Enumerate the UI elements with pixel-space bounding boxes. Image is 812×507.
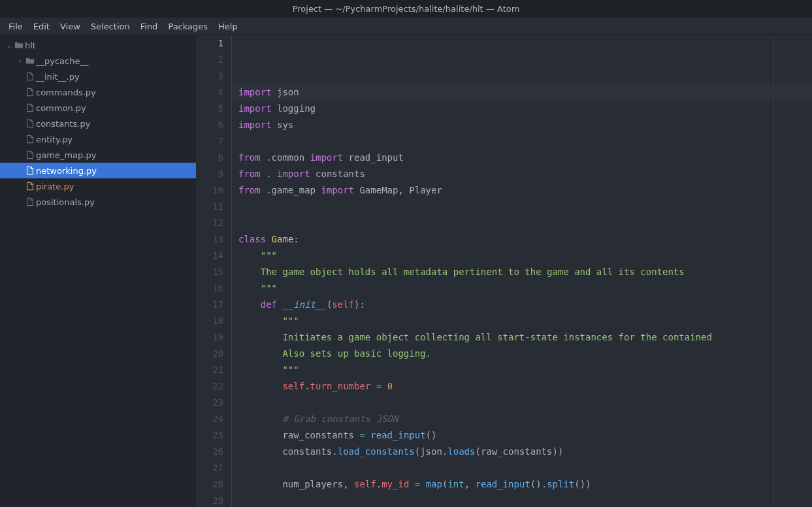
code-line[interactable]: Also sets up basic logging. xyxy=(232,346,812,362)
tree-item-entity-py[interactable]: entity.py xyxy=(0,131,196,147)
code-line[interactable]: """ xyxy=(232,248,812,264)
line-number[interactable]: 28 xyxy=(196,476,223,493)
wrap-guide xyxy=(773,35,773,507)
tree-item-label: commands.py xyxy=(36,88,96,97)
line-number[interactable]: 11 xyxy=(196,199,223,215)
code-line[interactable] xyxy=(232,460,812,476)
tree-item-pirate-py[interactable]: pirate.py xyxy=(0,178,196,194)
code-line[interactable]: raw_constants = read_input() xyxy=(232,427,812,444)
tree-item-constants-py[interactable]: constants.py xyxy=(0,116,196,131)
window-title: Project — ~/PycharmProjects/halite/halit… xyxy=(0,0,812,18)
code-line[interactable] xyxy=(232,133,812,150)
file-icon xyxy=(24,119,36,128)
tree-item-label: constants.py xyxy=(36,119,90,129)
line-number[interactable]: 18 xyxy=(196,313,223,329)
menu-find[interactable]: Find xyxy=(135,18,163,35)
line-number[interactable]: 7 xyxy=(196,133,223,150)
code-line[interactable]: """ xyxy=(232,313,812,329)
tree-item-networking-py[interactable]: networking.py xyxy=(0,163,196,178)
tree-item-commands-py[interactable]: commands.py xyxy=(0,84,196,100)
line-number[interactable]: 20 xyxy=(196,346,223,362)
code-line[interactable]: class Game: xyxy=(232,231,812,248)
line-number[interactable]: 12 xyxy=(196,215,223,231)
tree-item-game_map-py[interactable]: game_map.py xyxy=(0,147,196,163)
tree-item-label: entity.py xyxy=(36,135,73,144)
line-number[interactable]: 6 xyxy=(196,117,223,133)
code-line[interactable]: import json xyxy=(232,84,812,101)
code-line[interactable]: constants.load_constants(json.loads(raw_… xyxy=(232,444,812,460)
code-line[interactable]: Initiates a game object collecting all s… xyxy=(232,329,812,346)
line-number[interactable]: 3 xyxy=(196,68,223,84)
tree-item-common-py[interactable]: common.py xyxy=(0,100,196,116)
line-number[interactable]: 2 xyxy=(196,52,223,68)
tree-item-label: game_map.py xyxy=(36,150,96,160)
menu-help[interactable]: Help xyxy=(213,18,243,35)
code-line[interactable]: from .game_map import GameMap, Player xyxy=(232,182,812,199)
code-area[interactable]: import jsonimport loggingimport sysfrom … xyxy=(232,35,812,507)
line-number[interactable]: 16 xyxy=(196,280,223,297)
tree-item-__init__-py[interactable]: __init__.py xyxy=(0,69,196,84)
line-number[interactable]: 22 xyxy=(196,378,223,395)
tree-item-__pycache__[interactable]: ›__pycache__ xyxy=(0,53,196,69)
code-line[interactable]: self.turn_number = 0 xyxy=(232,378,812,395)
line-number[interactable]: 5 xyxy=(196,101,223,117)
code-line[interactable] xyxy=(232,493,812,507)
code-line[interactable] xyxy=(232,395,812,411)
tree-item-label: networking.py xyxy=(36,166,97,176)
tree-item-positionals-py[interactable]: positionals.py xyxy=(0,194,196,210)
tree-item-label: __init__.py xyxy=(36,72,80,82)
code-line[interactable]: from .common import read_input xyxy=(232,150,812,166)
menu-bar: FileEditViewSelectionFindPackagesHelp xyxy=(0,18,812,35)
line-number[interactable]: 21 xyxy=(196,362,223,378)
code-line[interactable]: """ xyxy=(232,362,812,378)
menu-view[interactable]: View xyxy=(55,18,86,35)
line-number[interactable]: 24 xyxy=(196,411,223,427)
chevron-icon[interactable]: › xyxy=(16,57,24,65)
tree-item-label: hlt xyxy=(25,41,36,50)
menu-selection[interactable]: Selection xyxy=(86,18,135,35)
line-number[interactable]: 9 xyxy=(196,166,223,182)
line-gutter: 1234567891011121314151617181920212223242… xyxy=(196,35,232,507)
line-number[interactable]: 4 xyxy=(196,84,223,101)
chevron-icon[interactable]: ⌄ xyxy=(5,42,13,49)
line-number[interactable]: 15 xyxy=(196,264,223,280)
menu-file[interactable]: File xyxy=(3,18,28,35)
file-icon xyxy=(24,88,36,97)
code-line[interactable]: import sys xyxy=(232,117,812,133)
line-number[interactable]: 8 xyxy=(196,150,223,166)
line-number[interactable]: 29 xyxy=(196,493,223,507)
tree-item-label: positionals.py xyxy=(36,197,95,207)
line-number[interactable]: 19 xyxy=(196,329,223,346)
line-number[interactable]: 26 xyxy=(196,444,223,460)
tree-item-label: common.py xyxy=(36,103,86,113)
line-number[interactable]: 27 xyxy=(196,460,223,476)
code-line[interactable]: The game object holds all metadata perti… xyxy=(232,264,812,280)
folder-icon xyxy=(24,56,36,65)
file-icon xyxy=(24,166,36,175)
file-icon xyxy=(24,72,36,81)
line-number[interactable]: 25 xyxy=(196,427,223,444)
code-line[interactable]: # Grab constants JSON xyxy=(232,411,812,427)
code-line[interactable]: import logging xyxy=(232,101,812,117)
menu-edit[interactable]: Edit xyxy=(28,18,55,35)
line-number[interactable]: 14 xyxy=(196,248,223,264)
line-number[interactable]: 1 xyxy=(196,35,223,52)
code-line[interactable] xyxy=(232,199,812,215)
project-tree[interactable]: ⌄hlt›__pycache____init__.pycommands.pyco… xyxy=(0,35,196,507)
tree-item-hlt[interactable]: ⌄hlt xyxy=(0,37,196,53)
file-icon xyxy=(24,103,36,112)
line-number[interactable]: 10 xyxy=(196,182,223,199)
line-number[interactable]: 23 xyxy=(196,395,223,411)
line-number[interactable]: 17 xyxy=(196,297,223,313)
tree-item-label: pirate.py xyxy=(36,182,74,191)
code-line[interactable] xyxy=(232,215,812,231)
code-line[interactable]: num_players, self.my_id = map(int, read_… xyxy=(232,476,812,493)
code-line[interactable]: from . import constants xyxy=(232,166,812,182)
editor[interactable]: 1234567891011121314151617181920212223242… xyxy=(196,35,812,507)
file-icon xyxy=(24,197,36,206)
menu-packages[interactable]: Packages xyxy=(163,18,213,35)
file-icon xyxy=(24,150,36,159)
line-number[interactable]: 13 xyxy=(196,231,223,248)
code-line[interactable]: """ xyxy=(232,280,812,297)
code-line[interactable]: def __init__(self): xyxy=(232,297,812,313)
